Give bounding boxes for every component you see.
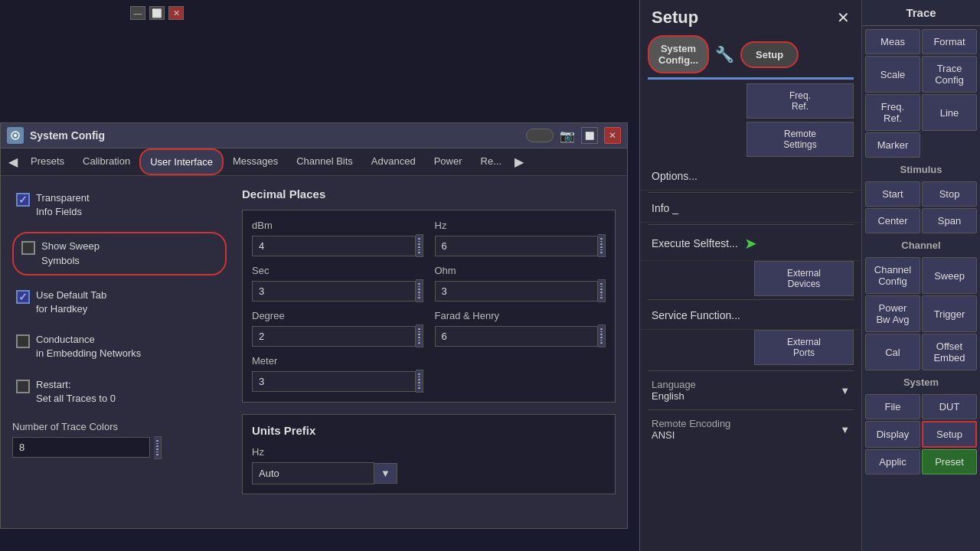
decimal-meter-spinner[interactable] xyxy=(416,370,423,393)
trace-colors-field[interactable] xyxy=(12,437,150,458)
setup-sys-button[interactable]: Setup xyxy=(922,421,977,448)
decimal-ohm-spinner[interactable] xyxy=(598,279,606,302)
restart-checkbox[interactable] xyxy=(16,380,30,393)
content-area: ✓ TransparentInfo Fields Show SweepSymbo… xyxy=(1,176,627,528)
units-prefix-section: Units Prefix Hz ▼ xyxy=(242,414,616,494)
language-dropdown-arrow[interactable]: ▼ xyxy=(840,385,850,396)
external-devices-button[interactable]: ExternalDevices xyxy=(754,261,854,296)
close-window-button[interactable]: ✕ xyxy=(604,127,621,144)
center-button[interactable]: Center xyxy=(865,208,920,233)
decimal-hz-spinner[interactable] xyxy=(598,234,606,257)
toggle-button[interactable] xyxy=(526,129,554,142)
decimal-farad-spinner[interactable] xyxy=(598,324,606,347)
green-arrow-icon: ➤ xyxy=(744,234,757,253)
line-button[interactable]: Line xyxy=(922,94,977,131)
trace-header: Trace xyxy=(862,0,980,26)
sweep-button[interactable]: Sweep xyxy=(922,257,977,294)
tab-advanced[interactable]: Advanced xyxy=(362,149,425,174)
camera-button[interactable]: 📷 xyxy=(560,129,575,143)
format-button[interactable]: Format xyxy=(922,29,977,54)
freq-ref-button[interactable]: Freq.Ref. xyxy=(746,83,854,119)
decimal-grid: dBm Hz xyxy=(242,210,616,403)
language-label: Language xyxy=(652,379,696,390)
setup-close-button[interactable]: ✕ xyxy=(837,8,850,27)
decimal-ohm-field[interactable] xyxy=(435,281,599,302)
divider-3 xyxy=(648,299,854,300)
decimal-sec-field[interactable] xyxy=(252,281,416,302)
trace-colors-label: Number of Trace Colors xyxy=(12,421,227,432)
tab-power[interactable]: Power xyxy=(425,149,472,174)
decimal-meter-row xyxy=(252,370,423,393)
system-config-button[interactable]: SystemConfig... xyxy=(648,35,709,73)
units-hz-label: Hz xyxy=(252,446,606,458)
decimal-dbm-spinner[interactable] xyxy=(416,234,423,257)
tab-messages[interactable]: Messages xyxy=(224,149,287,174)
decimal-farad-group: Farad & Henry xyxy=(435,310,606,347)
remote-settings-button[interactable]: RemoteSettings xyxy=(746,122,854,157)
info-menu-item[interactable]: Info _ xyxy=(640,194,861,223)
freq-ref-trace-button[interactable]: Freq.Ref. xyxy=(865,94,920,131)
encoding-row: Remote Encoding ANSI ▼ xyxy=(640,412,861,447)
tabs-row: ◀ Presets Calibration User Interface Mes… xyxy=(1,148,627,176)
decimal-farad-field[interactable] xyxy=(435,326,599,347)
tab-presets[interactable]: Presets xyxy=(21,149,74,174)
display-button[interactable]: Display xyxy=(865,421,920,448)
units-dropdown-row: ▼ xyxy=(252,462,606,484)
trace-colors-spinner[interactable] xyxy=(154,436,162,459)
external-ports-button[interactable]: ExternalPorts xyxy=(754,330,854,365)
options-menu-item[interactable]: Options... xyxy=(640,162,861,191)
applic-button[interactable]: Applic xyxy=(865,449,920,474)
decimal-hz-field[interactable] xyxy=(435,236,599,256)
decimal-meter-label: Meter xyxy=(252,355,423,367)
decimal-sec-group: Sec xyxy=(252,265,423,302)
scale-button[interactable]: Scale xyxy=(865,56,920,93)
tab-next-button[interactable]: ▶ xyxy=(511,151,528,173)
maximize-button[interactable]: ⬜ xyxy=(149,6,165,20)
decimal-hz-group: Hz xyxy=(435,220,606,257)
stop-button[interactable]: Stop xyxy=(922,181,977,207)
app-window-controls: — ⬜ ✕ xyxy=(130,6,184,20)
restart-row: Restart:Set all Traces to 0 xyxy=(12,374,227,409)
decimal-meter-field[interactable] xyxy=(252,371,416,392)
tab-channel-bits[interactable]: Channel Bits xyxy=(287,149,362,174)
file-button[interactable]: File xyxy=(865,394,920,419)
decimal-degree-field[interactable] xyxy=(252,326,416,347)
units-dropdown-field[interactable] xyxy=(252,462,374,484)
cal-button[interactable]: Cal xyxy=(865,334,920,370)
decimal-ohm-label: Ohm xyxy=(435,265,606,276)
service-function-item[interactable]: Service Function... xyxy=(640,302,861,330)
span-button[interactable]: Span xyxy=(922,208,977,233)
conductance-checkbox[interactable] xyxy=(16,334,30,348)
start-button[interactable]: Start xyxy=(865,181,920,207)
decimal-degree-spinner[interactable] xyxy=(416,324,423,347)
language-row: Language English ▼ xyxy=(640,373,861,408)
show-sweep-checkbox[interactable] xyxy=(21,241,35,255)
encoding-dropdown-arrow[interactable]: ▼ xyxy=(840,424,850,435)
setup-button[interactable]: Setup xyxy=(740,41,799,68)
dut-button[interactable]: DUT xyxy=(922,394,977,419)
maximize-window-button[interactable]: ⬜ xyxy=(581,127,598,144)
close-button[interactable]: ✕ xyxy=(168,6,184,20)
trace-config-button[interactable]: TraceConfig xyxy=(922,56,977,93)
tab-prev-button[interactable]: ◀ xyxy=(5,151,21,173)
minimize-button[interactable]: — xyxy=(130,6,145,20)
use-default-tab-checkbox[interactable]: ✓ xyxy=(16,290,30,304)
meas-button[interactable]: Meas xyxy=(865,29,920,54)
show-sweep-label: Show SweepSymbols xyxy=(41,240,100,267)
trigger-button[interactable]: Trigger xyxy=(922,295,977,332)
tab-re[interactable]: Re... xyxy=(472,149,511,174)
decimal-dbm-field[interactable] xyxy=(252,236,416,256)
channel-config-button[interactable]: ChannelConfig xyxy=(865,257,920,294)
transparent-info-checkbox[interactable]: ✓ xyxy=(16,193,30,207)
tab-calibration[interactable]: Calibration xyxy=(74,149,139,174)
marker-button[interactable]: Marker xyxy=(865,132,920,158)
execute-selftest-item[interactable]: Execute Selftest... ➤ xyxy=(640,227,861,261)
units-dropdown-arrow[interactable]: ▼ xyxy=(374,463,397,484)
decimal-sec-spinner[interactable] xyxy=(416,279,423,302)
preset-button[interactable]: Preset xyxy=(922,449,977,474)
offset-embed-button[interactable]: OffsetEmbed xyxy=(922,334,977,370)
power-bw-avg-button[interactable]: PowerBw Avg xyxy=(865,295,920,332)
svg-point-1 xyxy=(14,134,17,137)
decimal-sec-row xyxy=(252,279,423,302)
tab-user-interface[interactable]: User Interface xyxy=(139,148,224,175)
